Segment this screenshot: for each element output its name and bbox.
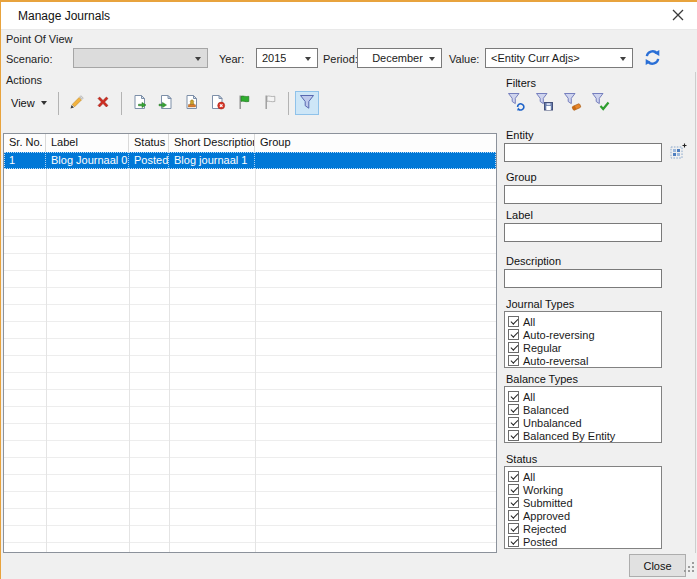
apply-filter-button[interactable] xyxy=(590,93,610,113)
refresh-button[interactable] xyxy=(642,48,663,69)
checkbox-journal-type-all[interactable]: All xyxy=(508,315,661,328)
checkbox-status-posted[interactable]: Posted xyxy=(508,535,661,548)
toolbar-separator xyxy=(288,92,289,115)
cell-label: Blog Journaal 01 xyxy=(46,152,129,169)
unsubmit-journal-button[interactable] xyxy=(154,91,178,115)
table-row[interactable]: 1 Blog Journaal 01 Posted Blog journaal … xyxy=(4,152,496,169)
chevron-down-icon xyxy=(620,57,626,61)
unpost-journal-icon xyxy=(262,94,278,113)
checkbox-checked-icon xyxy=(508,404,519,415)
post-journal-icon xyxy=(236,94,252,113)
window-close-button[interactable] xyxy=(670,8,686,24)
unsubmit-journal-icon xyxy=(158,94,174,113)
checkbox-journal-type-regular[interactable]: Regular xyxy=(508,341,661,354)
edit-icon xyxy=(69,94,85,113)
member-selector-icon xyxy=(670,143,687,163)
checkbox-status-working[interactable]: Working xyxy=(508,483,661,496)
entity-filter-input[interactable] xyxy=(504,143,662,162)
manage-journals-dialog: Manage Journals Point Of View Scenario: … xyxy=(0,0,697,579)
journal-types-label: Journal Types xyxy=(506,298,574,310)
entity-filter-label: Entity xyxy=(506,129,534,141)
checkbox-checked-icon xyxy=(508,316,519,327)
value-label: Value: xyxy=(449,53,479,65)
period-select[interactable]: December xyxy=(357,48,442,68)
group-filter-input[interactable] xyxy=(504,185,662,204)
entity-member-select-button[interactable] xyxy=(669,144,687,162)
chevron-down-icon xyxy=(429,57,435,61)
status-groupbox: All Working Submitted Approved Rejected … xyxy=(504,466,662,549)
checkbox-checked-icon xyxy=(508,484,519,495)
filters-toolbar xyxy=(506,93,610,113)
filter-toggle-button[interactable] xyxy=(295,91,319,115)
column-header-short-description[interactable]: Short Description xyxy=(169,134,255,152)
actions-toolbar: View xyxy=(6,89,319,117)
checkbox-checked-icon xyxy=(508,430,519,441)
checkbox-journal-type-auto-reversing[interactable]: Auto-reversing xyxy=(508,328,661,341)
checkbox-checked-icon xyxy=(508,329,519,340)
view-menu-button[interactable]: View xyxy=(6,91,52,115)
checkbox-checked-icon xyxy=(508,510,519,521)
edit-journal-button[interactable] xyxy=(65,91,89,115)
column-header-group[interactable]: Group xyxy=(255,134,496,152)
chevron-down-icon xyxy=(195,57,201,61)
column-header-status[interactable]: Status xyxy=(129,134,169,152)
filters-panel: Filters xyxy=(501,72,696,553)
checkbox-balance-type-all[interactable]: All xyxy=(508,390,661,403)
reset-filter-icon xyxy=(507,92,526,114)
actions-section-label: Actions xyxy=(6,74,42,86)
filters-section-label: Filters xyxy=(506,77,536,89)
approve-journal-icon xyxy=(184,94,200,113)
save-filter-button[interactable] xyxy=(534,93,554,113)
column-header-label[interactable]: Label xyxy=(46,134,129,152)
close-icon xyxy=(671,10,685,25)
submit-journal-button[interactable] xyxy=(128,91,152,115)
scenario-select[interactable] xyxy=(73,48,208,68)
checkbox-checked-icon xyxy=(508,536,519,547)
table-header: Sr. No. Label Status Short Description G… xyxy=(4,134,496,152)
checkbox-status-rejected[interactable]: Rejected xyxy=(508,522,661,535)
cell-sr-no: 1 xyxy=(4,152,46,169)
approve-journal-button[interactable] xyxy=(180,91,204,115)
column-header-sr-no[interactable]: Sr. No. xyxy=(4,134,46,152)
window-title: Manage Journals xyxy=(18,9,110,23)
checkbox-checked-icon xyxy=(508,342,519,353)
refresh-icon xyxy=(643,48,662,70)
checkbox-checked-icon xyxy=(508,523,519,534)
delete-journal-button[interactable] xyxy=(91,91,115,115)
checkbox-checked-icon xyxy=(508,417,519,428)
checkbox-journal-type-auto-reversal[interactable]: Auto-reversal xyxy=(508,354,661,367)
submit-journal-icon xyxy=(132,94,148,113)
checkbox-status-all[interactable]: All xyxy=(508,470,661,483)
reject-journal-button[interactable] xyxy=(206,91,230,115)
toolbar-separator xyxy=(121,92,122,115)
title-bar: Manage Journals xyxy=(1,2,697,30)
checkbox-balance-type-balanced-by-entity[interactable]: Balanced By Entity xyxy=(508,429,661,442)
checkbox-checked-icon xyxy=(508,497,519,508)
reset-filter-button[interactable] xyxy=(506,93,526,113)
post-journal-button[interactable] xyxy=(232,91,256,115)
checkbox-status-submitted[interactable]: Submitted xyxy=(508,496,661,509)
cell-status: Posted xyxy=(129,152,169,169)
year-select[interactable]: 2015 xyxy=(256,48,318,68)
value-select[interactable]: <Entity Curr Adjs> xyxy=(485,48,633,68)
checkbox-balance-type-unbalanced[interactable]: Unbalanced xyxy=(508,416,661,429)
group-filter-label: Group xyxy=(506,171,537,183)
year-label: Year: xyxy=(219,53,244,65)
checkbox-status-approved[interactable]: Approved xyxy=(508,509,661,522)
close-button[interactable]: Close xyxy=(629,554,686,577)
clear-filter-button[interactable] xyxy=(562,93,582,113)
cell-group xyxy=(255,152,496,169)
chevron-down-icon xyxy=(41,101,47,105)
delete-icon xyxy=(95,94,111,113)
checkbox-balance-type-balanced[interactable]: Balanced xyxy=(508,403,661,416)
table-empty-area xyxy=(4,169,496,552)
apply-filter-icon xyxy=(591,92,610,114)
description-filter-input[interactable] xyxy=(504,269,662,288)
status-filter-label: Status xyxy=(506,453,537,465)
label-filter-input[interactable] xyxy=(504,223,662,242)
checkbox-checked-icon xyxy=(508,355,519,366)
unpost-journal-button[interactable] xyxy=(258,91,282,115)
resize-grip[interactable] xyxy=(683,559,695,577)
balance-types-groupbox: All Balanced Unbalanced Balanced By Enti… xyxy=(504,386,662,443)
chevron-down-icon xyxy=(305,57,311,61)
